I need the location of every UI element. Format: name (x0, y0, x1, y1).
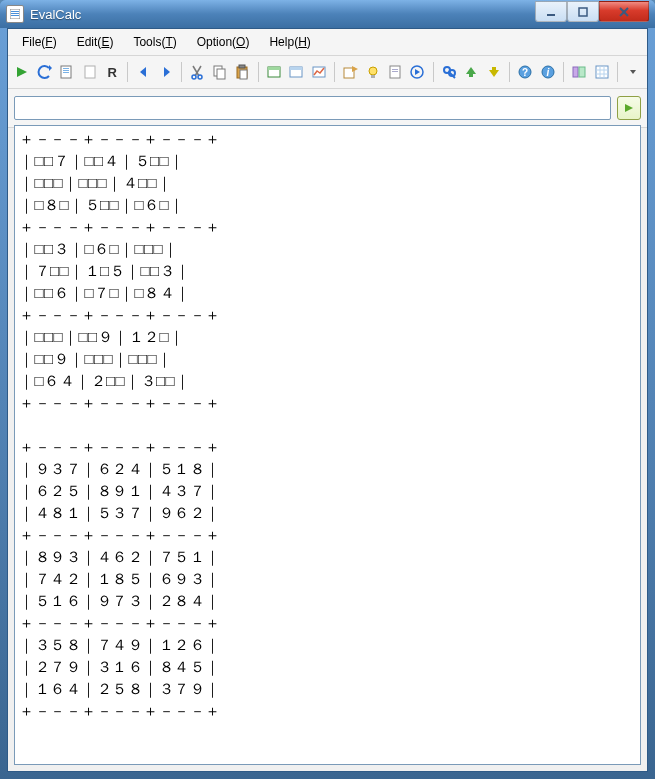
window-title: EvalCalc (30, 7, 535, 22)
output-console[interactable]: ＋－－－＋－－－＋－－－＋ ｜□□７｜□□４｜５□□｜ ｜□□□｜□□□｜４□□… (14, 125, 641, 765)
toolbar-separator (617, 62, 618, 82)
svg-rect-12 (63, 70, 69, 71)
undo-icon[interactable] (34, 61, 54, 83)
svg-rect-52 (579, 67, 585, 77)
run-icon[interactable] (12, 61, 32, 83)
up-arrow-icon[interactable] (461, 61, 481, 83)
close-button[interactable] (599, 1, 649, 22)
svg-text:?: ? (522, 67, 528, 78)
svg-rect-2 (11, 13, 19, 14)
toolbar-separator (509, 62, 510, 82)
export-icon[interactable] (340, 61, 360, 83)
toolbar: R ? i (8, 56, 647, 89)
svg-rect-37 (392, 71, 398, 72)
info-icon[interactable]: i (537, 61, 557, 83)
svg-point-33 (369, 67, 377, 75)
svg-marker-45 (489, 70, 499, 77)
menu-option[interactable]: Option(O) (189, 33, 258, 51)
toolbar-separator (433, 62, 434, 82)
svg-rect-22 (217, 69, 225, 79)
svg-marker-9 (49, 65, 52, 71)
toolbar-separator (563, 62, 564, 82)
svg-marker-39 (415, 69, 420, 75)
expression-input[interactable] (14, 96, 611, 120)
svg-rect-5 (579, 8, 587, 16)
menu-file[interactable]: File(F) (14, 33, 65, 51)
doc-icon[interactable] (385, 61, 405, 83)
forward-icon[interactable] (156, 61, 176, 83)
menubar: File(F) Edit(E) Tools(T) Option(O) Help(… (8, 29, 647, 56)
toolbar-separator (181, 62, 182, 82)
menu-tools[interactable]: Tools(T) (125, 33, 184, 51)
svg-point-20 (198, 75, 202, 79)
copy-output-icon[interactable] (57, 61, 77, 83)
help-icon[interactable]: ? (515, 61, 535, 83)
svg-rect-36 (392, 69, 398, 70)
svg-marker-16 (164, 67, 170, 77)
titlebar[interactable]: EvalCalc (0, 0, 655, 28)
toolbar-separator (258, 62, 259, 82)
window-buttons (535, 6, 649, 22)
svg-rect-27 (268, 67, 280, 70)
grid-icon[interactable] (591, 61, 611, 83)
svg-marker-43 (466, 67, 476, 74)
back-icon[interactable] (133, 61, 153, 83)
client-area: File(F) Edit(E) Tools(T) Option(O) Help(… (7, 28, 648, 772)
bulb-icon[interactable] (362, 61, 382, 83)
window-icon[interactable] (264, 61, 284, 83)
svg-rect-25 (240, 70, 247, 79)
console-icon[interactable] (286, 61, 306, 83)
svg-marker-32 (352, 66, 358, 72)
copy-icon[interactable] (210, 61, 230, 83)
toolbar-separator (127, 62, 128, 82)
svg-rect-46 (492, 67, 496, 71)
svg-rect-24 (239, 65, 245, 68)
maximize-button[interactable] (567, 1, 599, 22)
down-arrow-icon[interactable] (484, 61, 504, 83)
svg-marker-59 (625, 104, 633, 112)
play-icon[interactable] (407, 61, 427, 83)
panel-left-icon[interactable] (569, 61, 589, 83)
svg-marker-15 (140, 67, 146, 77)
chart-icon[interactable] (308, 61, 328, 83)
svg-text:i: i (546, 67, 549, 78)
evaluate-button[interactable] (617, 96, 641, 120)
run-letter-button[interactable]: R (102, 61, 122, 83)
cut-icon[interactable] (187, 61, 207, 83)
svg-point-19 (192, 75, 196, 79)
svg-rect-1 (11, 11, 19, 12)
svg-rect-44 (469, 73, 473, 77)
app-window: EvalCalc File(F) Edit(E) Tools(T) Option… (0, 0, 655, 779)
svg-marker-8 (17, 67, 27, 77)
svg-rect-51 (573, 67, 578, 77)
output-wrap: ＋－－－＋－－－＋－－－＋ ｜□□７｜□□４｜５□□｜ ｜□□□｜□□□｜４□□… (8, 119, 647, 771)
toolbar-separator (334, 62, 335, 82)
new-icon[interactable] (79, 61, 99, 83)
find-icon[interactable] (439, 61, 459, 83)
svg-rect-29 (290, 67, 302, 70)
svg-rect-14 (85, 66, 95, 78)
svg-marker-58 (630, 70, 636, 74)
svg-rect-3 (11, 15, 19, 16)
svg-rect-53 (596, 66, 608, 78)
svg-rect-13 (63, 72, 69, 73)
app-icon (6, 5, 24, 23)
overflow-icon[interactable] (623, 61, 643, 83)
svg-rect-34 (371, 75, 375, 78)
menu-edit[interactable]: Edit(E) (69, 33, 122, 51)
paste-icon[interactable] (232, 61, 252, 83)
menu-help[interactable]: Help(H) (261, 33, 318, 51)
minimize-button[interactable] (535, 1, 567, 22)
svg-rect-11 (63, 68, 69, 69)
